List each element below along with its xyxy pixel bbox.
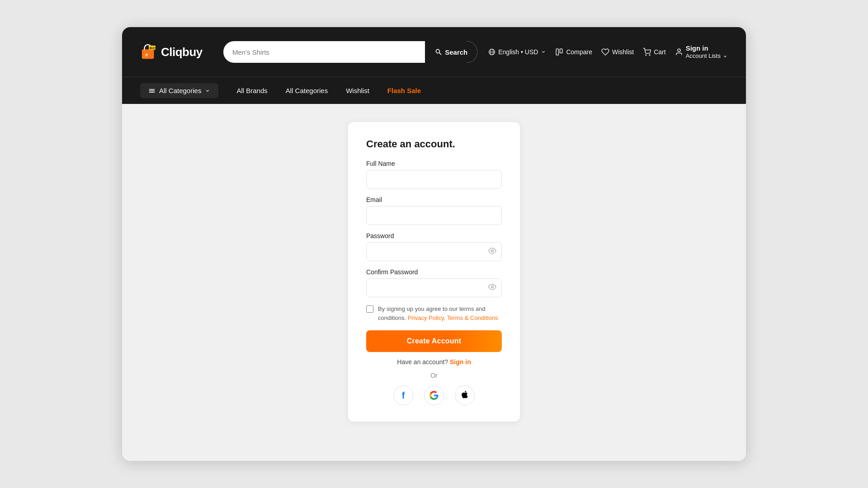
logo-text: Cliqbuy	[161, 45, 203, 59]
facebook-login-button[interactable]: f	[393, 385, 413, 405]
google-login-button[interactable]	[424, 385, 444, 405]
terms-link[interactable]: Privacy Policy, Terms & Conditions	[408, 314, 498, 321]
confirm-password-label: Confirm Password	[366, 268, 502, 276]
full-name-group: Full Name	[366, 160, 502, 189]
chevron-down-nav-icon	[205, 88, 210, 94]
svg-rect-7	[557, 49, 559, 55]
password-group: Password	[366, 232, 502, 261]
apple-login-button[interactable]	[455, 385, 475, 405]
chevron-down-icon	[541, 49, 546, 55]
search-bar: Search	[223, 41, 477, 63]
cart-button[interactable]: Cart	[643, 48, 665, 56]
svg-point-9	[646, 55, 646, 56]
logo-area[interactable]: BUY Cliqbuy	[140, 43, 212, 61]
confirm-password-wrapper	[366, 278, 502, 297]
email-input[interactable]	[366, 206, 502, 225]
terms-text: By signing up you agree to our terms and…	[378, 305, 502, 322]
logo-icon: BUY	[140, 43, 157, 61]
email-group: Email	[366, 196, 502, 225]
sign-in-block: Sign in Account Lists	[686, 44, 728, 60]
search-icon	[435, 48, 442, 56]
svg-text:BUY: BUY	[150, 47, 156, 50]
svg-rect-1	[145, 54, 148, 56]
confirm-password-input[interactable]	[366, 278, 502, 297]
heart-icon	[601, 48, 609, 56]
svg-point-12	[491, 250, 494, 252]
svg-point-11	[678, 49, 680, 52]
navbar: All Categories All Brands All Categories…	[122, 77, 746, 104]
svg-rect-8	[560, 49, 562, 53]
apple-icon	[460, 390, 469, 401]
compare-button[interactable]: Compare	[555, 48, 592, 56]
nav-flash-sale[interactable]: Flash Sale	[387, 87, 421, 94]
password-wrapper	[366, 242, 502, 261]
nav-all-categories[interactable]: All Categories	[286, 87, 328, 94]
header-right: English • USD Compare Wishlist	[488, 44, 728, 60]
confirm-password-eye-icon[interactable]	[488, 283, 496, 293]
password-eye-icon[interactable]	[488, 247, 496, 257]
header: BUY Cliqbuy Search Engl	[122, 27, 746, 77]
have-account-row: Have an account? Sign in	[366, 358, 502, 366]
search-button[interactable]: Search	[425, 41, 477, 63]
google-icon	[429, 391, 439, 400]
search-input[interactable]	[223, 48, 425, 56]
signin-button[interactable]: Sign in Account Lists	[675, 44, 728, 60]
browser-frame: BUY Cliqbuy Search Engl	[122, 27, 746, 461]
svg-point-13	[491, 286, 494, 288]
globe-icon	[488, 48, 495, 56]
social-row: f	[366, 385, 502, 405]
menu-icon	[148, 87, 156, 94]
password-label: Password	[366, 232, 502, 239]
or-divider: Or	[366, 372, 502, 379]
all-categories-button[interactable]: All Categories	[140, 83, 218, 98]
terms-row: By signing up you agree to our terms and…	[366, 305, 502, 322]
nav-all-brands[interactable]: All Brands	[236, 87, 267, 94]
main-content: Create an account. Full Name Email Passw…	[122, 104, 746, 461]
compare-icon	[555, 48, 563, 56]
nav-wishlist[interactable]: Wishlist	[346, 87, 369, 94]
user-icon	[675, 48, 683, 56]
create-account-card: Create an account. Full Name Email Passw…	[348, 122, 520, 422]
svg-point-10	[649, 55, 650, 56]
confirm-password-group: Confirm Password	[366, 268, 502, 297]
cart-icon	[643, 48, 651, 56]
form-title: Create an account.	[366, 138, 502, 150]
full-name-input[interactable]	[366, 170, 502, 189]
email-label: Email	[366, 196, 502, 203]
terms-checkbox[interactable]	[366, 305, 373, 313]
chevron-down-icon-signin	[722, 54, 728, 59]
create-account-button[interactable]: Create Account	[366, 330, 502, 352]
password-input[interactable]	[366, 242, 502, 261]
wishlist-button[interactable]: Wishlist	[601, 48, 634, 56]
full-name-label: Full Name	[366, 160, 502, 167]
facebook-icon: f	[402, 390, 405, 401]
language-selector[interactable]: English • USD	[488, 48, 546, 56]
sign-in-link[interactable]: Sign in	[450, 358, 471, 366]
